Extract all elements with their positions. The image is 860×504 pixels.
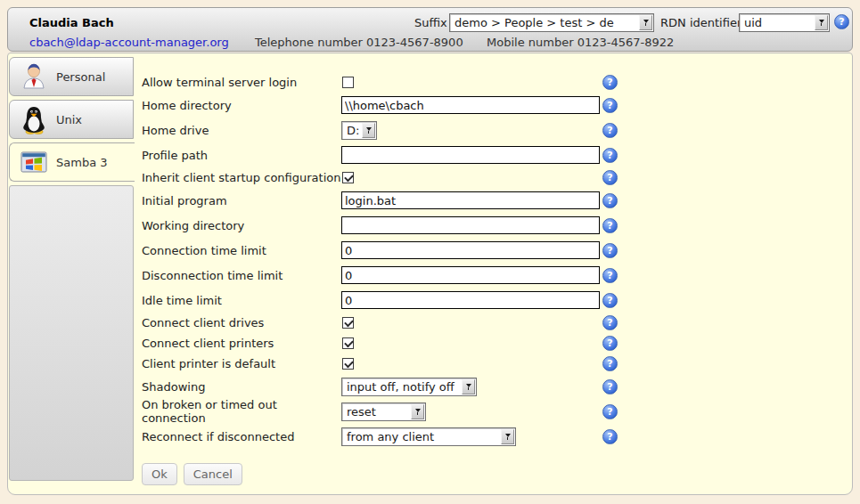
- help-icon[interactable]: ?: [602, 98, 618, 113]
- chevron-down-icon[interactable]: [462, 379, 475, 394]
- field-label: Client printer is default: [142, 357, 341, 370]
- rdn-identifier-select[interactable]: uid: [739, 13, 830, 32]
- help-icon[interactable]: ?: [602, 315, 618, 330]
- home-drive-select-value: D:: [342, 124, 362, 137]
- chevron-down-icon[interactable]: [501, 429, 514, 444]
- sidebar-tab-personal[interactable]: Personal: [9, 57, 134, 96]
- field-control: from any client: [341, 427, 602, 446]
- field-control: [341, 96, 602, 114]
- field-control: reset: [341, 402, 602, 421]
- page-title: Claudia Bach: [29, 16, 114, 29]
- field-control: [341, 241, 602, 259]
- form-row-home-drive: Home driveD:?: [142, 118, 846, 142]
- email-link[interactable]: cbach@ldap-account-manager.org: [29, 36, 229, 49]
- form-row-connect-client-printers: Connect client printers?: [142, 333, 846, 354]
- help-icon[interactable]: ?: [602, 123, 618, 138]
- help-icon[interactable]: ?: [602, 75, 618, 90]
- penguin-icon: [19, 104, 49, 134]
- form-rows: Allow terminal server login?Home directo…: [142, 72, 846, 449]
- field-label: Disconnection time limit: [142, 269, 341, 282]
- sidebar-tab-label: Unix: [56, 113, 82, 126]
- initial-program-input[interactable]: [341, 191, 600, 209]
- sidebar-tab-unix[interactable]: Unix: [9, 100, 134, 139]
- rdn-select-value: uid: [740, 16, 815, 29]
- reconnect-if-disconnected-select[interactable]: from any client: [341, 427, 516, 446]
- help-icon[interactable]: ?: [602, 336, 618, 351]
- field-label: On broken or timed out connection: [142, 398, 341, 425]
- field-control: input off, notify off: [341, 378, 602, 396]
- disconnection-time-limit-input[interactable]: [341, 266, 600, 284]
- field-control: [341, 191, 602, 209]
- field-label: Initial program: [142, 194, 341, 207]
- samba3-form: Allow terminal server login?Home directo…: [142, 72, 846, 485]
- field-label: Home drive: [142, 124, 341, 137]
- sidebar-tab-label: Samba 3: [56, 156, 108, 169]
- telephone-number: Telephone number 0123-4567-8900: [255, 36, 463, 49]
- shadowing-select[interactable]: input off, notify off: [341, 378, 477, 396]
- sidebar-tabs: PersonalUnixSamba 3: [9, 57, 135, 481]
- person-icon: [19, 61, 49, 92]
- connection-time-limit-input[interactable]: [341, 241, 600, 259]
- help-icon[interactable]: ?: [602, 404, 618, 419]
- profile-path-input[interactable]: [341, 146, 600, 164]
- help-icon[interactable]: ?: [602, 193, 618, 208]
- cancel-button[interactable]: Cancel: [184, 463, 242, 485]
- chevron-down-icon[interactable]: [639, 15, 652, 30]
- help-icon[interactable]: ?: [602, 243, 618, 258]
- field-control: [341, 77, 602, 88]
- help-icon[interactable]: ?: [834, 14, 849, 29]
- form-row-initial-program: Initial program?: [142, 188, 846, 213]
- field-control: [341, 291, 602, 309]
- on-broken-or-timed-out-connection-select[interactable]: reset: [341, 402, 426, 421]
- help-icon[interactable]: ?: [602, 356, 618, 371]
- sidebar-tab-label: Personal: [56, 70, 105, 84]
- field-label: Connect client printers: [142, 337, 341, 350]
- sidebar-tab-samba-3[interactable]: Samba 3: [9, 142, 135, 182]
- rdn-identifier-label: RDN identifier: [660, 16, 741, 29]
- on-broken-or-timed-out-connection-select-value: reset: [342, 405, 411, 419]
- form-row-idle-time-limit: Idle time limit?: [142, 288, 846, 313]
- inherit-client-startup-configuration-checkbox[interactable]: [342, 172, 354, 183]
- field-control: [341, 317, 602, 329]
- client-printer-is-default-checkbox[interactable]: [342, 358, 354, 370]
- form-row-on-broken-or-timed-out-connection: On broken or timed out connectionreset?: [142, 399, 846, 424]
- field-control: [341, 172, 602, 183]
- form-row-client-printer-is-default: Client printer is default?: [142, 354, 846, 374]
- chevron-down-icon[interactable]: [815, 15, 828, 30]
- home-drive-select[interactable]: D:: [341, 121, 377, 140]
- allow-terminal-server-login-checkbox[interactable]: [342, 77, 354, 88]
- help-icon[interactable]: ?: [602, 170, 618, 185]
- suffix-label: Suffix: [414, 16, 447, 29]
- home-directory-input[interactable]: [341, 96, 600, 114]
- field-label: Connection time limit: [142, 244, 341, 257]
- ok-button[interactable]: Ok: [142, 463, 177, 485]
- connect-client-drives-checkbox[interactable]: [342, 317, 354, 329]
- field-control: [341, 146, 602, 164]
- field-label: Reconnect if disconnected: [142, 430, 341, 443]
- form-row-disconnection-time-limit: Disconnection time limit?: [142, 263, 846, 288]
- chevron-down-icon[interactable]: [362, 123, 375, 138]
- windows-icon: [19, 147, 49, 177]
- working-directory-input[interactable]: [341, 216, 600, 234]
- form-row-inherit-client-startup-configuration: Inherit client startup configuration?: [142, 167, 846, 188]
- form-row-connection-time-limit: Connection time limit?: [142, 238, 846, 263]
- help-icon[interactable]: ?: [602, 268, 618, 283]
- sidebar-filler: [9, 185, 134, 481]
- field-label: Profile path: [142, 149, 341, 162]
- field-label: Idle time limit: [142, 294, 341, 307]
- idle-time-limit-input[interactable]: [341, 291, 600, 309]
- help-icon[interactable]: ?: [602, 148, 618, 163]
- help-icon[interactable]: ?: [602, 429, 618, 444]
- help-icon[interactable]: ?: [602, 379, 618, 394]
- connect-client-printers-checkbox[interactable]: [342, 337, 354, 349]
- help-icon[interactable]: ?: [602, 218, 618, 233]
- shadowing-select-value: input off, notify off: [342, 380, 462, 394]
- suffix-select[interactable]: demo > People > test > de: [449, 13, 654, 32]
- field-control: D:: [341, 121, 602, 140]
- form-row-connect-client-drives: Connect client drives?: [142, 313, 846, 333]
- chevron-down-icon[interactable]: [411, 404, 424, 419]
- field-control: [341, 266, 602, 284]
- header: Claudia Bach cbach@ldap-account-manager.…: [7, 7, 853, 52]
- suffix-select-value: demo > People > test > de: [450, 16, 639, 29]
- help-icon[interactable]: ?: [602, 293, 618, 308]
